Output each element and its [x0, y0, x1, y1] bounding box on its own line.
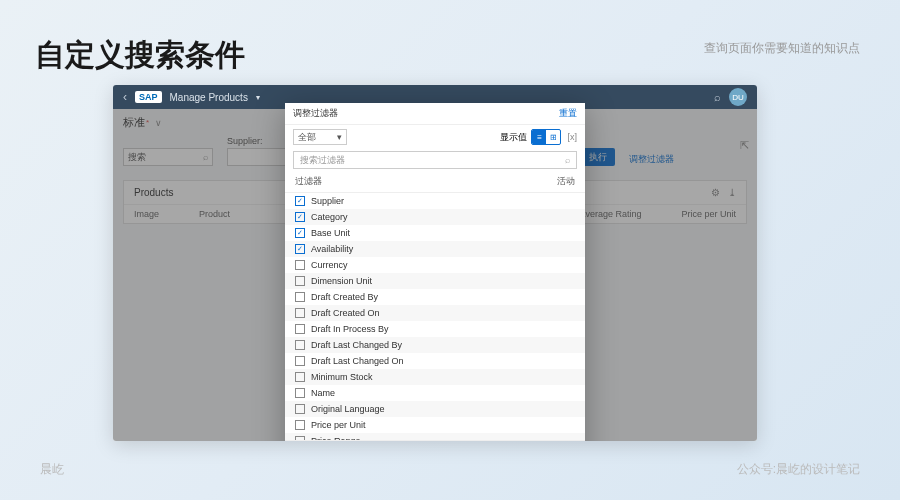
checkbox[interactable] — [295, 356, 305, 366]
filter-label: Category — [311, 212, 348, 222]
filter-label: Draft Created By — [311, 292, 378, 302]
filter-row[interactable]: Draft Last Changed By — [285, 337, 585, 353]
filter-row[interactable]: Original Language — [285, 401, 585, 417]
filter-label: Price per Unit — [311, 420, 366, 430]
chevron-down-icon: ▾ — [256, 93, 260, 102]
checkbox[interactable] — [295, 292, 305, 302]
checkbox[interactable] — [295, 324, 305, 334]
group-view-icon: ⊞ — [546, 130, 560, 144]
scope-select[interactable]: 全部 ▾ — [293, 129, 347, 145]
list-view-icon: ≡ — [532, 130, 546, 144]
dialog-title: 调整过滤器 — [293, 107, 338, 120]
adjust-filters-dialog: 调整过滤器 重置 全部 ▾ 显示值 ≡ ⊞ [x] 搜索过滤器 ⌕ 过滤器 活动 — [285, 103, 585, 441]
filter-label: Dimension Unit — [311, 276, 372, 286]
checkbox[interactable] — [295, 388, 305, 398]
col-filter-label: 过滤器 — [295, 175, 322, 188]
checkbox[interactable] — [295, 340, 305, 350]
filter-label: Name — [311, 388, 335, 398]
checkbox[interactable] — [295, 308, 305, 318]
filter-label: Draft Last Changed On — [311, 356, 404, 366]
col-active-label: 活动 — [557, 175, 575, 188]
shell-menu[interactable]: Manage Products — [170, 92, 248, 103]
view-toggle[interactable]: ≡ ⊞ — [531, 129, 561, 145]
checkbox[interactable] — [295, 372, 305, 382]
checkbox[interactable]: ✓ — [295, 244, 305, 254]
filter-search-placeholder: 搜索过滤器 — [300, 154, 345, 167]
filter-label: Draft In Process By — [311, 324, 389, 334]
reset-link[interactable]: 重置 — [559, 107, 577, 120]
slide-title: 自定义搜索条件 — [35, 35, 245, 76]
filter-label: Base Unit — [311, 228, 350, 238]
filter-search-input[interactable]: 搜索过滤器 ⌕ — [293, 151, 577, 169]
filter-row[interactable]: Name — [285, 385, 585, 401]
filter-row[interactable]: Draft Created By — [285, 289, 585, 305]
checkbox[interactable]: ✓ — [295, 212, 305, 222]
filter-label: Availability — [311, 244, 353, 254]
avatar[interactable]: DU — [729, 88, 747, 106]
checkbox[interactable] — [295, 276, 305, 286]
search-icon: ⌕ — [565, 155, 570, 165]
filter-label: Minimum Stock — [311, 372, 373, 382]
expand-icon[interactable]: [x] — [567, 132, 577, 142]
back-icon[interactable]: ‹ — [123, 90, 127, 104]
checkbox[interactable]: ✓ — [295, 228, 305, 238]
scope-value: 全部 — [298, 131, 316, 144]
filter-row[interactable]: Minimum Stock — [285, 369, 585, 385]
app-window: ‹ SAP Manage Products ▾ ⌕ DU 标准 * ∨ ⇱ 搜索… — [113, 85, 757, 441]
author-name: 晨屹 — [40, 461, 64, 478]
filter-row[interactable]: Draft In Process By — [285, 321, 585, 337]
filter-row[interactable]: Draft Created On — [285, 305, 585, 321]
checkbox[interactable]: ✓ — [295, 196, 305, 206]
checkbox[interactable] — [295, 260, 305, 270]
filter-label: Currency — [311, 260, 348, 270]
filter-list[interactable]: ✓Supplier✓Category✓Base Unit✓Availabilit… — [285, 192, 585, 440]
checkbox[interactable] — [295, 420, 305, 430]
filter-row[interactable]: Draft Last Changed On — [285, 353, 585, 369]
slide-subtitle: 查询页面你需要知道的知识点 — [704, 40, 860, 57]
filter-row[interactable]: Dimension Unit — [285, 273, 585, 289]
filter-row[interactable]: ✓Category — [285, 209, 585, 225]
sap-logo: SAP — [135, 91, 162, 103]
filter-label: Draft Last Changed By — [311, 340, 402, 350]
search-icon[interactable]: ⌕ — [714, 91, 721, 103]
filter-row[interactable]: Currency — [285, 257, 585, 273]
wechat-credit: 公众号:晨屹的设计笔记 — [737, 461, 860, 478]
filter-label: Supplier — [311, 196, 344, 206]
filter-row[interactable]: ✓Availability — [285, 241, 585, 257]
filter-row[interactable]: ✓Base Unit — [285, 225, 585, 241]
filter-row[interactable]: ✓Supplier — [285, 193, 585, 209]
chevron-down-icon: ▾ — [337, 132, 342, 142]
checkbox[interactable] — [295, 404, 305, 414]
filter-row[interactable]: Price per Unit — [285, 417, 585, 433]
show-value-label: 显示值 — [500, 131, 527, 144]
filter-label: Original Language — [311, 404, 385, 414]
filter-label: Draft Created On — [311, 308, 380, 318]
filter-row[interactable]: Price Range — [285, 433, 585, 440]
